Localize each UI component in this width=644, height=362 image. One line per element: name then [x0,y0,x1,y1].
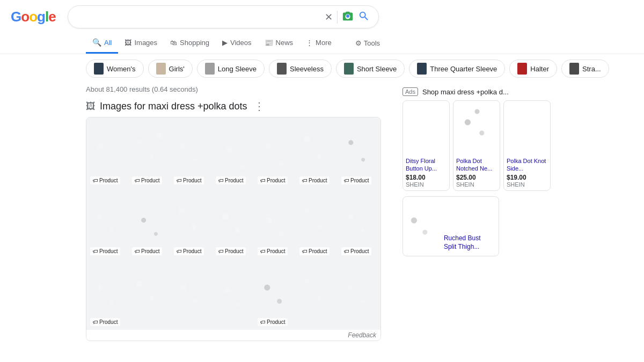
images-section-header: 🖼 Images for maxi dress +polka dots ⋮ [86,100,381,113]
image-cell[interactable]: 🏷Product [255,260,296,329]
tools-icon: ⚙ [355,39,362,47]
tab-images[interactable]: 🖼 Images [118,33,164,54]
image-cell[interactable]: 🏷Product [87,189,128,258]
search-bar[interactable]: maxi dress +polka dots ✕ [68,5,379,28]
ad-product-1[interactable]: Ditsy Floral Button Up... $18.00 SHEIN [402,100,450,191]
product-badge: 🏷Product [216,247,246,255]
ad-product-name: Polka Dot Notched Ne... [456,157,497,173]
chip-girls[interactable]: Girls' [148,60,193,78]
product-badge: 🏷Product [174,176,204,184]
tab-videos[interactable]: ▶ Videos [216,33,258,54]
image-cell[interactable]: 🏷Product [255,119,296,187]
ad-product-seller: SHEIN [507,181,547,188]
product-badge: 🏷Product [258,247,288,255]
product-badge: 🏷Product [258,318,288,326]
chip-three-quarter[interactable]: Three Quarter Sleeve [409,60,505,78]
product-badge: 🏷Product [258,176,288,184]
image-cell[interactable] [297,260,338,329]
ad-product-name: Ditsy Floral Button Up... [406,157,447,173]
tab-more[interactable]: ⋮ More [299,33,338,54]
chip-stra[interactable]: Stra... [561,60,609,78]
news-icon: 📰 [265,39,273,47]
ads-header: Ads Shop maxi dress +polka d... [402,83,558,100]
ads-title: Shop maxi dress +polka d... [422,88,509,96]
product-badge: 🏷Product [299,176,330,184]
image-row-3: 🏷Product 🏷Product [86,259,380,330]
ads-label: Ads [402,87,418,96]
product-badge: 🏷Product [341,176,371,184]
tab-news[interactable]: 📰 News [258,33,300,54]
results-count: About 81,400 results (0.64 seconds) [86,83,381,100]
product-badge: 🏷Product [90,176,120,184]
shopping-icon: 🛍 [170,39,177,47]
tab-shopping[interactable]: 🛍 Shopping [164,33,216,54]
product-badge: 🏷Product [216,176,246,184]
ad-product-4[interactable]: Ruched Bust Split Thigh... [402,196,499,256]
image-cell[interactable]: 🏷Product [297,119,338,187]
product-badge: 🏷Product [132,176,162,184]
divider [337,11,338,24]
product-badge: 🏷Product [174,247,204,255]
more-icon: ⋮ [306,39,313,47]
ad-product-price: $19.00 [507,174,547,181]
image-cell[interactable]: 🏷Product [213,119,254,187]
more-options-icon[interactable]: ⋮ [254,100,265,113]
feedback[interactable]: Feedback [86,330,380,341]
ad-product-seller: SHEIN [406,181,447,188]
videos-icon: ▶ [222,39,228,47]
image-cell[interactable]: 🏷Product [339,189,379,258]
tools-button[interactable]: ⚙ Tools [349,34,386,53]
image-row-1: 🏷Product 🏷Product 🏷Product 🏷Product 🏷Pr [86,117,380,188]
product-badge: 🏷Product [90,318,120,326]
nav-tabs: 🔍 All 🖼 Images 🛍 Shopping ▶ Videos 📰 New… [0,33,644,54]
images-section-title: Images for maxi dress +polka dots [100,101,247,112]
ad-product-3[interactable]: Polka Dot Knot Side... $19.00 SHEIN [503,100,551,191]
ad-products-row: Ditsy Floral Button Up... $18.00 SHEIN P… [402,100,558,191]
chip-womens[interactable]: Women's [86,60,144,78]
ad-product-price: $25.00 [456,174,497,181]
product-badge: 🏷Product [132,247,162,255]
product-badge: 🏷Product [299,247,330,255]
chip-sleeveless[interactable]: Sleeveless [269,60,332,78]
tab-all[interactable]: 🔍 All [86,33,118,54]
images-icon: 🖼 [125,39,131,47]
image-cell[interactable]: 🏷Product [297,189,338,258]
image-cell[interactable]: 🏷Product [171,189,212,258]
image-cell[interactable]: 🏷Product [171,119,212,187]
image-cell[interactable]: 🏷Product [87,119,128,187]
ad-product-price: $18.00 [406,174,447,181]
image-cell[interactable]: 🏷Product [255,189,296,258]
camera-icon[interactable] [342,10,354,24]
ad-product-2[interactable]: Polka Dot Notched Ne... $25.00 SHEIN [453,100,500,191]
image-row-2: 🏷Product 🏷Product 🏷Product 🏷Product 🏷Pr [86,188,380,259]
image-cell[interactable] [129,260,170,329]
search-icon-btn[interactable] [358,10,370,24]
image-cell[interactable] [171,260,212,329]
chip-halter[interactable]: Halter [509,60,557,78]
search-input[interactable]: maxi dress +polka dots [77,12,320,22]
ad-product4-name: Ruched Bust Split Thigh... [444,234,494,251]
image-cell[interactable]: 🏷Product [129,119,170,187]
chip-long-sleeve[interactable]: Long Sleeve [197,60,265,78]
filter-chips: Women's Girls' Long Sleeve Sleeveless Sh… [0,54,644,83]
images-section-icon: 🖼 [86,101,96,112]
all-icon: 🔍 [92,38,101,47]
ad-product-name: Polka Dot Knot Side... [507,157,547,173]
header: Google maxi dress +polka dots ✕ [0,0,644,33]
image-cell[interactable]: 🏷Product [339,119,379,187]
image-cell[interactable] [339,260,379,329]
ad-product-seller: SHEIN [456,181,497,188]
google-logo: Google [11,9,56,25]
image-cell[interactable]: 🏷Product [213,189,254,258]
image-cell[interactable]: 🏷Product [87,260,128,329]
product-badge: 🏷Product [341,247,371,255]
image-cell[interactable] [213,260,254,329]
image-grid: 🏷Product 🏷Product 🏷Product 🏷Product 🏷Pr [86,117,381,341]
chip-short-sleeve[interactable]: Short Sleeve [336,60,405,78]
clear-icon[interactable]: ✕ [325,11,333,23]
product-badge: 🏷Product [90,247,120,255]
image-cell[interactable]: 🏷Product [129,189,170,258]
